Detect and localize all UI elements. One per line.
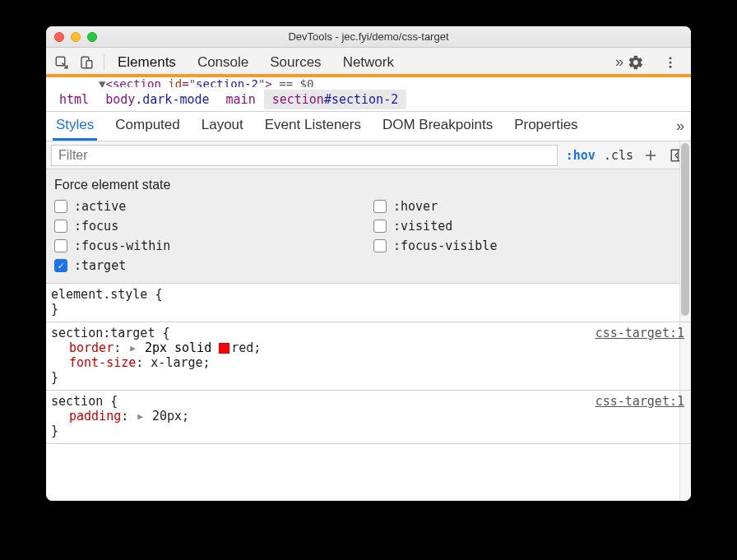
main-tab-elements[interactable]: Elements [116, 51, 178, 74]
rule-close-brace: } [51, 302, 686, 317]
minimize-window-button[interactable] [71, 32, 81, 42]
subtab-layout[interactable]: Layout [198, 112, 247, 141]
expand-triangle-icon[interactable]: ▶ [137, 411, 143, 422]
subtab-properties[interactable]: Properties [511, 112, 581, 141]
svg-point-3 [670, 57, 672, 59]
css-declaration[interactable]: font-size: x-large; [51, 355, 686, 370]
more-tabs-icon[interactable]: » [615, 53, 623, 71]
state-label: :focus-visible [393, 238, 497, 253]
breadcrumb-item[interactable]: html [51, 90, 97, 109]
state-toggle-focus-within[interactable]: :focus-within [54, 238, 364, 253]
css-rule[interactable]: css-target:1section {padding: ▶ 20px;} [46, 391, 691, 444]
checkbox-icon[interactable] [54, 220, 67, 233]
css-rule[interactable]: css-target:1section:target {border: ▶ 2p… [46, 322, 691, 391]
state-label: :hover [393, 199, 438, 214]
force-state-title: Force element state [54, 178, 683, 192]
checkbox-icon[interactable] [54, 200, 67, 213]
subtab-computed[interactable]: Computed [112, 112, 183, 141]
devtools-window: DevTools - jec.fyi/demo/css-target Eleme… [46, 26, 691, 501]
checkbox-icon[interactable] [373, 220, 387, 233]
main-tab-sources[interactable]: Sources [268, 51, 322, 74]
rule-close-brace: } [51, 423, 686, 438]
state-label: :active [74, 199, 126, 214]
breadcrumb-item[interactable]: section#section-2 [264, 90, 407, 109]
checkbox-icon[interactable] [373, 200, 387, 213]
checkbox-icon[interactable] [54, 259, 67, 272]
rule-selector[interactable]: section { [51, 394, 686, 409]
checkbox-icon[interactable] [54, 239, 67, 252]
rule-source-link[interactable]: css-target:1 [596, 326, 684, 340]
main-tabs: ElementsConsoleSourcesNetwork [116, 51, 615, 74]
expand-triangle-icon[interactable]: ▶ [130, 343, 136, 354]
css-declaration[interactable]: padding: ▶ 20px; [51, 409, 686, 423]
main-tab-console[interactable]: Console [196, 51, 250, 74]
breadcrumb-item[interactable]: body.dark-mode [97, 90, 217, 109]
subtab-event-listeners[interactable]: Event Listeners [262, 112, 364, 141]
zoom-window-button[interactable] [87, 32, 97, 42]
close-window-button[interactable] [54, 32, 64, 42]
state-toggle-hover[interactable]: :hover [373, 199, 683, 214]
window-title: DevTools - jec.fyi/demo/css-target [46, 30, 691, 43]
css-declaration[interactable]: border: ▶ 2px solid red; [51, 340, 686, 355]
rule-source-link[interactable]: css-target:1 [596, 394, 684, 409]
state-label: :visited [393, 219, 452, 234]
hov-toggle-button[interactable]: :hov [566, 148, 596, 163]
breadcrumb-item[interactable]: main [218, 90, 264, 109]
state-toggle-target[interactable]: :target [54, 258, 683, 273]
separator [104, 54, 104, 71]
svg-point-5 [670, 65, 672, 67]
css-rule[interactable]: element.style {} [46, 284, 691, 322]
subtab-dom-breakpoints[interactable]: DOM Breakpoints [379, 112, 496, 141]
more-subtabs-icon[interactable]: » [676, 118, 684, 135]
inspect-element-icon[interactable] [49, 50, 74, 75]
state-toggle-active[interactable]: :active [54, 199, 364, 214]
filter-row: :hov .cls [46, 141, 691, 169]
main-toolbar: ElementsConsoleSourcesNetwork » [46, 48, 691, 77]
svg-rect-2 [86, 60, 92, 67]
checkbox-icon[interactable] [373, 239, 387, 252]
new-style-rule-icon[interactable] [642, 146, 660, 164]
rule-selector[interactable]: element.style { [51, 287, 686, 302]
state-toggle-focus[interactable]: :focus [54, 219, 364, 234]
state-toggle-focus-visible[interactable]: :focus-visible [373, 238, 683, 253]
main-tab-network[interactable]: Network [341, 51, 396, 74]
color-swatch-icon[interactable] [219, 343, 229, 354]
styles-content: :hov .cls Force element state :active:ho… [46, 141, 691, 501]
rule-close-brace: } [51, 370, 686, 385]
filter-input[interactable] [51, 145, 558, 166]
titlebar: DevTools - jec.fyi/demo/css-target [46, 26, 691, 48]
state-label: :focus-within [74, 238, 170, 253]
device-toolbar-icon[interactable] [74, 50, 99, 75]
window-controls [46, 32, 97, 42]
state-label: :focus [74, 219, 118, 234]
force-element-state-panel: Force element state :active:hover:focus:… [46, 169, 691, 284]
dom-tree-snippet[interactable]: ▼<section id="section-2"> == $0 [46, 74, 691, 87]
subtab-styles[interactable]: Styles [53, 112, 97, 141]
settings-gear-icon[interactable] [623, 50, 648, 75]
breadcrumb: htmlbody.dark-modemainsection#section-2 [46, 87, 691, 112]
rule-selector[interactable]: section:target { [51, 326, 686, 340]
state-label: :target [74, 258, 126, 273]
cls-toggle-button[interactable]: .cls [604, 148, 633, 163]
state-toggle-visited[interactable]: :visited [373, 219, 683, 234]
kebab-menu-icon[interactable] [658, 50, 683, 75]
styles-subtabs: StylesComputedLayoutEvent ListenersDOM B… [46, 112, 691, 141]
svg-point-4 [670, 61, 672, 63]
